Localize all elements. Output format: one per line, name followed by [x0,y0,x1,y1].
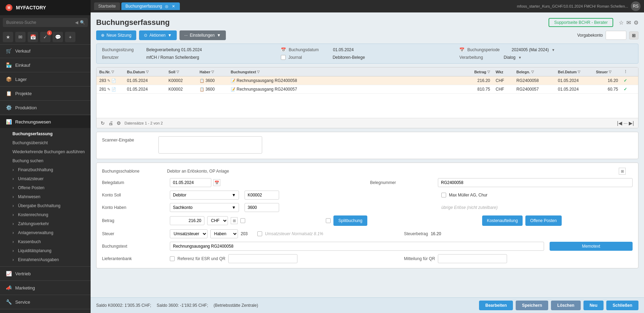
support-button[interactable]: Supportseite BCHR - Berater [549,18,613,27]
buchungstext-input[interactable] [170,242,544,251]
splitbuchung-button[interactable]: Splitbuchung [333,215,367,226]
tab-close-btn[interactable]: ✕ [171,4,176,9]
collapse-sidebar-icon[interactable]: ◀ [75,20,78,25]
referenz-input[interactable] [228,254,297,263]
betrag-copy-btn[interactable]: ⊞ [231,217,238,224]
sidebar-item-rechnungswesen[interactable]: 📊 Rechnungswesen [0,116,91,128]
referenz-checkbox[interactable] [170,256,175,261]
th-haber: Haber ▽ [197,67,228,76]
tasks-icon-btn[interactable]: ✓1 [40,32,50,42]
steuer-dir-select[interactable]: Haben [210,229,238,238]
steuerbetrag-field: Steuerbetrag 16.20 [404,231,633,236]
favorites-icon-btn[interactable]: ★ [3,32,13,42]
sidebar-item-umsatzanalyse[interactable]: 📉 Umsatzanalyse [0,310,91,313]
subnav-zahlungsverkehr[interactable]: Zahlungsverkehr [0,219,91,228]
th-soll: Soll ▽ [166,67,197,76]
th-belegnr-filter-icon[interactable]: ▽ [531,70,534,74]
subnav-umsatzsteuer[interactable]: Umsatzsteuer [0,174,91,183]
print-icon-btn[interactable]: 🖨 [108,120,113,126]
aktionen-button[interactable]: ⊙ Aktionen ▼ [139,30,177,40]
subnav-einnahmen[interactable]: Einnahmen/Ausgaben [0,255,91,264]
scanner-textarea[interactable] [158,136,262,154]
notifications-icon-btn[interactable]: 💬 [53,32,63,42]
row-file-icon[interactable]: 📄 [111,79,116,83]
next-page-btn[interactable]: ▶| [629,120,634,126]
speichern-button[interactable]: Speichern [516,301,548,310]
table-row[interactable]: 281 ✎ 📄 01.05.2024 K00002 📋 3600 📝 Rechn… [96,85,638,94]
messages-icon-btn[interactable]: ✉ [15,32,26,42]
settings-icon-btn[interactable]: ⚙ [634,19,638,26]
subnav-wiederkehrende[interactable]: Wiederkehrende Buchungen ausführen [0,147,91,156]
schablone-icon-btn[interactable]: ⊞ [619,168,626,175]
loeschen-button[interactable]: Löschen [551,301,580,310]
sidebar-item-projekte[interactable]: 📋 Projekte [0,87,91,100]
th-buchungstext-filter-icon[interactable]: ▽ [257,70,260,74]
betrag-input[interactable] [170,216,204,225]
kostenaufteilung-button[interactable]: Kostenaufteilung [482,215,523,226]
tab-pin-btn[interactable]: ◎ [164,4,169,9]
subnav-offene-posten[interactable]: Offene Posten [0,183,91,192]
th-soll-filter-icon[interactable]: ▽ [176,70,179,74]
schliessen-button[interactable]: Schließen [606,301,638,310]
subnav-buchungserfassung[interactable]: Buchungserfassung [0,129,91,138]
subnav-anlagenverwaltung[interactable]: Anlagenverwaltung [0,228,91,237]
konto-haben-input[interactable] [245,203,279,212]
sidebar-item-marketing[interactable]: 📣 Marketing [0,282,91,294]
sidebar-item-verkauf[interactable]: 🛒 Verkauf [0,45,91,57]
belegdatum-cal-btn[interactable]: 📅 [213,179,220,186]
bearbeiten-button[interactable]: Bearbeiten [479,301,513,310]
th-actions-icon[interactable]: ⋮ [624,70,627,74]
sidebar-item-lager[interactable]: 📦 Lager [0,73,91,85]
subnav-finanzbuchhaltung[interactable]: Finanzbuchhaltung [0,165,91,174]
sidebar-item-label: Verkauf [15,48,30,54]
row-edit-icon[interactable]: ✎ [107,79,110,83]
subnav-mahnwesen[interactable]: Mahnwesen [0,192,91,201]
konto-haben-type-dropdown[interactable]: Sachkonto ▼ [170,203,239,212]
th-steuer-filter-icon[interactable]: ▽ [609,70,611,74]
th-bu-datum-filter-icon[interactable]: ▽ [146,70,149,74]
refresh-icon-btn[interactable]: ↻ [101,120,105,126]
first-page-btn[interactable]: |◀ [617,120,622,126]
tab-buchungserfassung[interactable]: Buchungserfassung ◎ ✕ [121,2,180,10]
th-betrag-filter-icon[interactable]: ▽ [487,70,490,74]
offene-posten-button[interactable]: Offene Posten [525,215,562,226]
add-icon-btn[interactable]: + [65,32,75,42]
subnav-buchung-suchen[interactable]: Buchung suchen [0,156,91,165]
currency-select[interactable]: CHF [207,216,228,225]
sidebar-item-service[interactable]: 🔧 Service [0,296,91,308]
konto-soll-type-dropdown[interactable]: Debitor ▼ [170,191,239,200]
vorgabekonto-input[interactable] [606,31,626,40]
einstellungen-button[interactable]: ··· Einstellungen ▼ [180,30,226,40]
buchungsperiode-arrow-icon: ▼ [552,48,555,52]
subnav-kassenbuch[interactable]: Kassenbuch [0,237,91,246]
sidebar-item-produktion[interactable]: ⚙️ Produktion [0,101,91,114]
row-file-icon[interactable]: 📄 [111,87,116,92]
th-bu-nr-filter-icon[interactable]: ▽ [111,70,114,74]
konto-soll-input[interactable] [245,191,279,200]
tab-startseite[interactable]: Startseite [94,2,120,10]
sidebar-item-vertrieb[interactable]: 📈 Vertrieb [0,267,91,280]
th-beldatum-filter-icon[interactable]: ▽ [578,70,580,74]
belegdatum-input[interactable] [170,178,211,187]
mitteilung-input[interactable] [438,254,507,263]
belegnummer-input[interactable] [438,178,633,187]
subnav-uebergabe[interactable]: Übergabe Buchhaltung [0,201,91,210]
subnav-buchungsuebersicht[interactable]: Buchungsübersicht [0,138,91,147]
memotext-button[interactable]: Memotext [550,242,633,251]
subnav-kostenrechnung[interactable]: Kostenrechnung [0,210,91,219]
row-edit-icon[interactable]: ✎ [107,87,110,92]
prev-page-btn[interactable]: ··· [624,120,628,126]
subnav-liquiditaet[interactable]: Liquiditätsplanung [0,246,91,255]
neue-sitzung-button[interactable]: ⊕ Neue Sitzung [96,30,136,40]
bookmark-icon-btn[interactable]: ☆ [619,19,624,26]
mail-icon-btn[interactable]: ✉ [626,19,631,26]
steuer-type-select[interactable]: Umsatzsteuer [170,229,208,238]
th-haber-filter-icon[interactable]: ▽ [211,70,214,74]
search-icon[interactable]: 🔍 [80,20,85,25]
vorgabekonto-copy-btn[interactable]: ⊞ [629,31,638,39]
calendar-icon-btn[interactable]: 📅 [28,32,38,42]
sidebar-item-einkauf[interactable]: 🏪 Einkauf [0,59,91,71]
table-row[interactable]: 283 ✎ 📄 01.05.2024 K00002 📋 3600 📝 Rechn… [96,76,638,85]
table-settings-icon-btn[interactable]: ⚙ [117,120,121,126]
neu-button[interactable]: Neu [583,301,604,310]
